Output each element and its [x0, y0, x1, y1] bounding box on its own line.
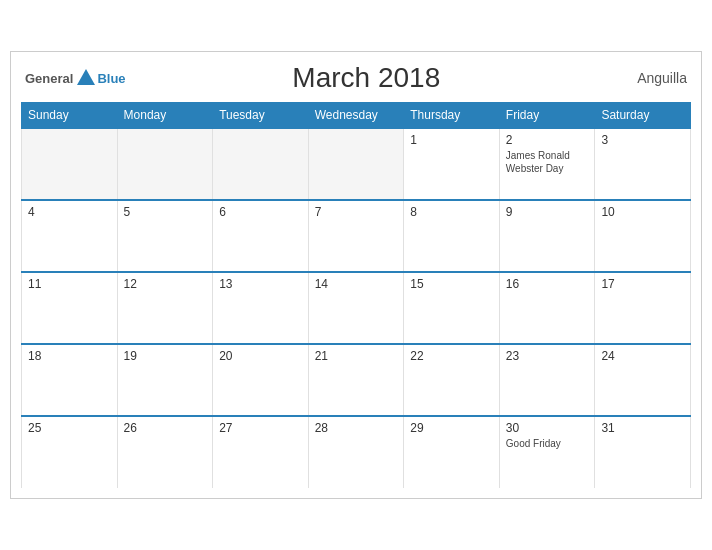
day-number: 7: [315, 205, 398, 219]
calendar-cell: 12: [117, 272, 213, 344]
calendar-cell: 9: [499, 200, 595, 272]
calendar-cell: 29: [404, 416, 500, 488]
calendar-cell: 13: [213, 272, 309, 344]
calendar-cell: 23: [499, 344, 595, 416]
logo: General Blue: [25, 67, 126, 89]
calendar-cell: 28: [308, 416, 404, 488]
day-number: 25: [28, 421, 111, 435]
calendar-week-row: 45678910: [22, 200, 691, 272]
weekday-header-row: SundayMondayTuesdayWednesdayThursdayFrid…: [22, 103, 691, 129]
day-number: 29: [410, 421, 493, 435]
calendar-cell: 11: [22, 272, 118, 344]
calendar-cell: 19: [117, 344, 213, 416]
calendar-cell: 26: [117, 416, 213, 488]
day-number: 5: [124, 205, 207, 219]
calendar-cell: 8: [404, 200, 500, 272]
logo-general-text: General: [25, 71, 73, 86]
day-number: 6: [219, 205, 302, 219]
calendar-cell: 4: [22, 200, 118, 272]
day-number: 9: [506, 205, 589, 219]
svg-marker-0: [77, 69, 95, 85]
day-number: 14: [315, 277, 398, 291]
calendar-cell: 21: [308, 344, 404, 416]
calendar-cell: 10: [595, 200, 691, 272]
calendar-cell: 7: [308, 200, 404, 272]
calendar-cell: 24: [595, 344, 691, 416]
weekday-header-sunday: Sunday: [22, 103, 118, 129]
day-number: 17: [601, 277, 684, 291]
calendar-week-row: 11121314151617: [22, 272, 691, 344]
calendar-header: General Blue March 2018 Anguilla: [21, 62, 691, 94]
day-number: 30: [506, 421, 589, 435]
day-number: 19: [124, 349, 207, 363]
day-number: 15: [410, 277, 493, 291]
day-number: 27: [219, 421, 302, 435]
calendar-country: Anguilla: [607, 70, 687, 86]
calendar-cell: 27: [213, 416, 309, 488]
calendar-cell: [117, 128, 213, 200]
day-number: 23: [506, 349, 589, 363]
calendar-cell: [308, 128, 404, 200]
calendar-cell: 1: [404, 128, 500, 200]
day-number: 3: [601, 133, 684, 147]
day-number: 13: [219, 277, 302, 291]
holiday-text: James Ronald Webster Day: [506, 149, 589, 175]
calendar-cell: 2James Ronald Webster Day: [499, 128, 595, 200]
weekday-header-tuesday: Tuesday: [213, 103, 309, 129]
day-number: 28: [315, 421, 398, 435]
day-number: 10: [601, 205, 684, 219]
calendar-week-row: 252627282930Good Friday31: [22, 416, 691, 488]
calendar-cell: 3: [595, 128, 691, 200]
calendar-cell: 15: [404, 272, 500, 344]
holiday-text: Good Friday: [506, 437, 589, 450]
calendar-cell: 20: [213, 344, 309, 416]
day-number: 20: [219, 349, 302, 363]
weekday-header-wednesday: Wednesday: [308, 103, 404, 129]
day-number: 18: [28, 349, 111, 363]
calendar-week-row: 12James Ronald Webster Day3: [22, 128, 691, 200]
weekday-header-saturday: Saturday: [595, 103, 691, 129]
day-number: 26: [124, 421, 207, 435]
calendar-cell: 17: [595, 272, 691, 344]
calendar-cell: [213, 128, 309, 200]
calendar-week-row: 18192021222324: [22, 344, 691, 416]
day-number: 22: [410, 349, 493, 363]
logo-icon: [75, 67, 97, 89]
calendar-table: SundayMondayTuesdayWednesdayThursdayFrid…: [21, 102, 691, 488]
day-number: 11: [28, 277, 111, 291]
weekday-header-friday: Friday: [499, 103, 595, 129]
calendar: General Blue March 2018 Anguilla SundayM…: [10, 51, 702, 499]
day-number: 24: [601, 349, 684, 363]
day-number: 1: [410, 133, 493, 147]
calendar-cell: 22: [404, 344, 500, 416]
calendar-cell: 25: [22, 416, 118, 488]
weekday-header-thursday: Thursday: [404, 103, 500, 129]
weekday-header-monday: Monday: [117, 103, 213, 129]
calendar-cell: 16: [499, 272, 595, 344]
calendar-cell: 6: [213, 200, 309, 272]
calendar-title: March 2018: [126, 62, 607, 94]
day-number: 21: [315, 349, 398, 363]
calendar-cell: 14: [308, 272, 404, 344]
calendar-cell: [22, 128, 118, 200]
calendar-cell: 31: [595, 416, 691, 488]
day-number: 4: [28, 205, 111, 219]
calendar-cell: 18: [22, 344, 118, 416]
day-number: 12: [124, 277, 207, 291]
day-number: 16: [506, 277, 589, 291]
day-number: 8: [410, 205, 493, 219]
logo-blue-text: Blue: [97, 71, 125, 86]
calendar-cell: 5: [117, 200, 213, 272]
calendar-cell: 30Good Friday: [499, 416, 595, 488]
day-number: 2: [506, 133, 589, 147]
day-number: 31: [601, 421, 684, 435]
